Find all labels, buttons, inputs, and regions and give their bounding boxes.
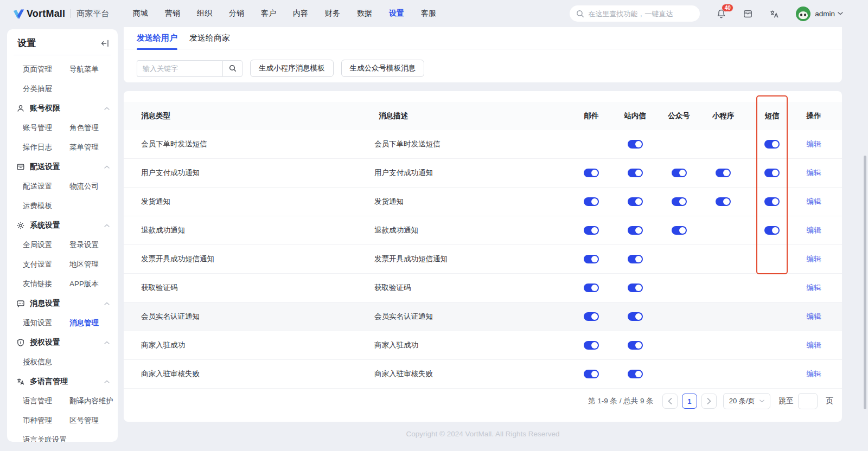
user-name[interactable]: admin [815, 10, 835, 18]
sidebar-item[interactable]: 区号管理 [69, 416, 116, 426]
edit-link[interactable]: 编辑 [807, 254, 821, 264]
sidebar-item[interactable]: APP版本 [69, 279, 116, 289]
nav-item-content[interactable]: 内容 [293, 9, 308, 18]
sidebar-group-header[interactable]: 消息设置 [7, 294, 118, 313]
page-number-button[interactable]: 1 [682, 394, 697, 409]
sidebar-item[interactable]: 友情链接 [23, 279, 69, 289]
sidebar-item[interactable]: 币种管理 [23, 416, 69, 426]
edit-link[interactable]: 编辑 [807, 139, 821, 149]
toggle-inmail[interactable] [628, 226, 643, 235]
sidebar-item[interactable]: 运费模板 [23, 201, 69, 211]
toggle-inmail[interactable] [628, 312, 643, 321]
sidebar-item[interactable]: 物流公司 [69, 182, 116, 191]
sidebar-item[interactable]: 操作日志 [23, 143, 69, 152]
global-search[interactable] [570, 5, 700, 22]
sidebar-item[interactable]: 通知设置 [23, 318, 69, 328]
toggle-email[interactable] [584, 370, 599, 378]
edit-link[interactable]: 编辑 [807, 369, 821, 379]
sidebar-item[interactable]: 分类抽屉 [23, 84, 69, 94]
workbench-button[interactable] [743, 9, 753, 19]
sidebar-group-header[interactable]: 授权设置 [7, 333, 118, 352]
toggle-sms[interactable] [764, 197, 780, 206]
toggle-wechat[interactable] [672, 169, 687, 177]
sidebar-group-header[interactable]: 多语言管理 [7, 372, 118, 391]
nav-item-service[interactable]: 客服 [421, 9, 436, 18]
page-size-select[interactable]: 20 条/页 [723, 393, 770, 409]
nav-item-distribution[interactable]: 分销 [229, 9, 244, 18]
vertical-scrollbar[interactable] [864, 156, 866, 409]
edit-link[interactable]: 编辑 [807, 340, 821, 350]
toggle-email[interactable] [584, 255, 599, 263]
keyword-search-button[interactable] [222, 60, 242, 77]
sidebar-group-header[interactable]: 账号权限 [7, 99, 118, 118]
sidebar-item[interactable]: 登录设置 [69, 240, 116, 250]
tab[interactable]: 发送给商家 [189, 27, 230, 49]
jump-to-input[interactable] [798, 393, 818, 409]
generate-official-account-template-button[interactable]: 生成公众号模板消息 [341, 60, 425, 77]
toggle-inmail[interactable] [628, 197, 643, 206]
sidebar-item[interactable]: 配送设置 [23, 182, 69, 191]
tab[interactable]: 发送给用户 [137, 27, 177, 49]
sidebar-item[interactable]: 菜单管理 [69, 143, 116, 152]
global-search-input[interactable] [588, 10, 693, 18]
sidebar-group-header[interactable]: 配送设置 [7, 157, 118, 177]
sidebar-item[interactable]: 授权信息 [23, 357, 69, 367]
edit-link[interactable]: 编辑 [807, 312, 821, 321]
notifications-button[interactable]: 40 [716, 9, 726, 19]
sidebar-item[interactable]: 语言管理 [23, 396, 69, 406]
nav-item-organization[interactable]: 组织 [197, 9, 212, 18]
nav-item-customers[interactable]: 客户 [261, 9, 276, 18]
sidebar-item[interactable]: 导航菜单 [69, 65, 116, 74]
sidebar-item[interactable]: 支付设置 [23, 260, 69, 269]
keyword-input[interactable] [137, 60, 222, 77]
sidebar-item[interactable]: 角色管理 [69, 123, 116, 133]
sidebar-group-header[interactable]: 系统设置 [7, 216, 118, 235]
sidebar-item[interactable]: 账号管理 [23, 123, 69, 133]
generate-miniapp-template-button[interactable]: 生成小程序消息模板 [250, 60, 334, 77]
nav-item-marketing[interactable]: 营销 [165, 9, 180, 18]
edit-link[interactable]: 编辑 [807, 168, 821, 178]
toggle-inmail[interactable] [628, 140, 643, 149]
toggle-inmail[interactable] [628, 255, 643, 263]
toggle-wechat[interactable] [672, 197, 687, 206]
toggle-email[interactable] [584, 284, 599, 292]
toggle-wechat[interactable] [672, 226, 687, 235]
message-icon [16, 299, 25, 308]
nav-item-finance[interactable]: 财务 [325, 9, 340, 18]
nav-item-data[interactable]: 数据 [357, 9, 372, 18]
toggle-email[interactable] [584, 197, 599, 206]
sidebar-item[interactable]: 语言关联设置 [23, 435, 69, 442]
toggle-sms[interactable] [764, 226, 780, 235]
edit-link[interactable]: 编辑 [807, 226, 821, 235]
toggle-email[interactable] [584, 169, 599, 177]
pagination: 第 1-9 条 / 总共 9 条 1 20 条/页 跳至 页 [588, 393, 833, 409]
toggle-miniapp[interactable] [716, 197, 731, 206]
toggle-email[interactable] [584, 226, 599, 235]
prev-page-button[interactable] [662, 394, 678, 409]
chevron-down-icon[interactable] [838, 12, 843, 15]
sidebar-item[interactable]: 全局设置 [23, 240, 69, 250]
translate-button[interactable] [769, 9, 780, 19]
sidebar-item[interactable]: 页面管理 [23, 65, 69, 74]
sidebar-item[interactable]: 地区管理 [69, 260, 116, 269]
column-header: 短信 [745, 111, 799, 121]
nav-item-settings[interactable]: 设置 [389, 9, 404, 18]
toggle-inmail[interactable] [628, 284, 643, 292]
collapse-sidebar-icon[interactable] [101, 40, 109, 47]
toggle-email[interactable] [584, 312, 599, 321]
toggle-inmail[interactable] [628, 370, 643, 378]
toggle-inmail[interactable] [628, 169, 643, 177]
sidebar-item[interactable]: 翻译内容维护 [69, 396, 116, 406]
toggle-inmail[interactable] [628, 341, 643, 350]
nav-item-mall[interactable]: 商城 [133, 9, 148, 18]
toggle-email[interactable] [584, 341, 599, 350]
toggle-sms[interactable] [764, 169, 780, 177]
toggle-sms[interactable] [764, 140, 780, 149]
sidebar-item[interactable]: 消息管理 [69, 318, 116, 328]
edit-link[interactable]: 编辑 [807, 197, 821, 207]
toggle-miniapp[interactable] [716, 169, 731, 177]
message-table-card: 消息类型消息描述邮件站内信公众号小程序短信操作 会员下单时发送短信 会员下单时发… [124, 91, 842, 422]
edit-link[interactable]: 编辑 [807, 283, 821, 293]
avatar[interactable] [796, 7, 810, 21]
next-page-button[interactable] [701, 394, 717, 409]
